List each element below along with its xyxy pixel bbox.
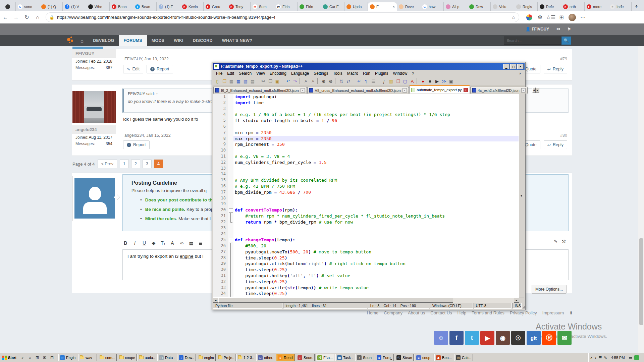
- fold-margin[interactable]: −: [228, 207, 233, 213]
- browser-tab[interactable]: Gsono: [16, 2, 39, 11]
- insert-link-button[interactable]: ∞: [177, 239, 186, 247]
- browser-menu-icon[interactable]: ⋯: [578, 12, 588, 23]
- nav-item-wiki[interactable]: WIKI: [169, 35, 188, 46]
- code-line-32[interactable]: 32 time.sleep(0.25): [213, 279, 519, 285]
- npp-tab-active[interactable]: automate_tempo_export.py×: [409, 85, 470, 94]
- code-line-1[interactable]: 1import pyautogui: [213, 94, 519, 100]
- post80-avatar[interactable]: [72, 91, 116, 123]
- collections-icon[interactable]: ⊞: [556, 12, 567, 23]
- menu-run[interactable]: Run: [361, 70, 372, 76]
- npp-tab-close-icon[interactable]: ×: [402, 88, 407, 93]
- youtube-icon[interactable]: ▶: [480, 331, 494, 345]
- list-button[interactable]: ≣: [196, 239, 205, 247]
- taskbar-button-task[interactable]: ▦Task ...: [335, 354, 354, 361]
- macro-save-icon[interactable]: ▣: [448, 78, 454, 84]
- minimize-button[interactable]: –: [599, 0, 614, 11]
- menu-view[interactable]: View: [254, 70, 267, 76]
- account-menu[interactable]: 👤 FFIVGUY: [526, 27, 549, 32]
- fold-collapse-icon[interactable]: −: [229, 208, 233, 213]
- address-bar[interactable]: 🔒 https://www.beamng.com/threads/engine-…: [46, 12, 519, 22]
- browser-tab[interactable]: All p: [444, 2, 467, 11]
- notification-icon[interactable]: ▭: [629, 356, 632, 360]
- macro-play-icon[interactable]: ▶: [434, 78, 440, 84]
- font-size-button[interactable]: T₁: [159, 239, 167, 247]
- alerts-flag-icon[interactable]: ⚑: [567, 27, 571, 32]
- taskbar-button-euro[interactable]: ●Euro_...: [375, 354, 394, 361]
- search-icon[interactable]: ⌕: [19, 355, 25, 361]
- underline-button[interactable]: U: [140, 239, 149, 247]
- page-button-3[interactable]: 3: [143, 160, 152, 168]
- code-line-13[interactable]: 13: [213, 166, 519, 172]
- footer-link-home[interactable]: Home: [367, 310, 379, 315]
- taskbar-button-rend[interactable]: ♫Rend...: [276, 354, 295, 361]
- tray-network-icon[interactable]: ☰: [599, 356, 602, 360]
- browser-tab[interactable]: [0, 2, 16, 11]
- forward-icon[interactable]: →: [11, 12, 21, 23]
- nav-home-icon[interactable]: ⌂: [76, 35, 88, 46]
- tab-close-icon[interactable]: ×: [393, 5, 395, 9]
- discord-icon[interactable]: ☺: [434, 331, 448, 345]
- browser-tab[interactable]: Upda: [344, 2, 368, 11]
- reply-button[interactable]: ↩Reply: [544, 65, 567, 73]
- taskbar-button-coup[interactable]: ≡coup...: [415, 354, 433, 361]
- menu-file[interactable]: File: [214, 70, 224, 76]
- code-line-14[interactable]: 14: [213, 171, 519, 177]
- code-line-12[interactable]: 12num_cylinders_fired_per_cycle = 1.5: [213, 160, 519, 166]
- tray-expand-icon[interactable]: ∧: [590, 356, 593, 360]
- zoom-in-icon[interactable]: ⊕: [320, 78, 327, 84]
- engine-link[interactable]: engine: [180, 254, 194, 259]
- italic-button[interactable]: I: [130, 239, 139, 247]
- menu-plugins[interactable]: Plugins: [373, 70, 390, 76]
- sync-v-icon[interactable]: ⇅: [338, 78, 345, 84]
- browser-tab[interactable]: f(1) E: [157, 2, 180, 11]
- reddit-icon[interactable]: Ⓡ: [542, 331, 556, 345]
- page-button-4[interactable]: 4: [154, 160, 163, 168]
- reply-button[interactable]: ↩Reply: [544, 140, 567, 149]
- browser-tab[interactable]: ▸Kevin: [180, 2, 204, 11]
- code-line-5[interactable]: 5fl_studio_note_length_in_beats = 1 / 96: [213, 118, 519, 124]
- search-input[interactable]: [504, 37, 561, 45]
- nav-item-mods[interactable]: MODS: [147, 35, 169, 46]
- browser-tab[interactable]: Whe: [86, 2, 110, 11]
- github-icon[interactable]: git: [527, 331, 541, 345]
- taskbar-clock[interactable]: 4:55 PM: [609, 356, 627, 360]
- extension-icon[interactable]: ❇: [535, 12, 545, 23]
- menu-window[interactable]: Window: [391, 70, 409, 76]
- browser-tab[interactable]: MSum: [251, 2, 274, 11]
- taskbar-button-engine[interactable]: engine: [197, 354, 216, 361]
- facebook-icon[interactable]: f: [449, 331, 464, 345]
- twitter-icon[interactable]: t: [465, 331, 479, 345]
- insert-image-button[interactable]: ▦: [187, 239, 196, 247]
- browser-scrollbar[interactable]: [638, 23, 644, 353]
- drafts-icon[interactable]: ✎: [554, 239, 558, 244]
- prev-page-button[interactable]: < Prev: [98, 160, 117, 168]
- more-options-button[interactable]: More Options...: [532, 285, 567, 294]
- browser-tab-active[interactable]: E×: [368, 2, 397, 11]
- open-icon[interactable]: ❐: [221, 78, 228, 84]
- favorite-star-icon[interactable]: ☆: [511, 15, 516, 20]
- code-line-6[interactable]: 6: [213, 124, 519, 130]
- search-button[interactable]: 🔍: [561, 37, 571, 45]
- browser-tab[interactable]: f(1) V: [63, 2, 86, 11]
- npp-tab[interactable]: V8_cross_Enhanced_exhaust_muff.sfxBlend2…: [307, 87, 409, 94]
- doc-close-icon[interactable]: ×: [517, 71, 523, 76]
- fold-collapse-icon[interactable]: −: [229, 238, 233, 242]
- footer-link-about-us[interactable]: About us: [408, 310, 425, 315]
- page-button-2[interactable]: 2: [131, 160, 140, 168]
- npp-tab-close-icon[interactable]: ×: [521, 88, 526, 93]
- footer-link-privacy-policy[interactable]: Privacy Policy: [510, 310, 537, 315]
- code-line-8[interactable]: 8max_rpm = 2350: [213, 136, 519, 142]
- save-all-icon[interactable]: ▧: [242, 78, 249, 84]
- save-icon[interactable]: ▦: [228, 78, 235, 84]
- taskbar-button-wav[interactable]: wav: [78, 354, 97, 361]
- npp-tab-close-icon[interactable]: ×: [301, 88, 305, 93]
- code-line-2[interactable]: 2import time: [213, 100, 519, 106]
- browser-tab[interactable]: Refe: [538, 2, 561, 11]
- monitor-icon[interactable]: ▢: [402, 78, 409, 84]
- tab-scroll-right[interactable]: ►: [536, 87, 539, 93]
- tray-color-icon[interactable]: [634, 355, 639, 360]
- maximize-button[interactable]: ▫: [614, 0, 629, 11]
- browser-tab[interactable]: ▸Tony: [227, 2, 251, 11]
- code-line-9[interactable]: 9rpm_increment = 350: [213, 141, 519, 147]
- taskbar-button-steam[interactable]: ☉Steam: [395, 354, 414, 361]
